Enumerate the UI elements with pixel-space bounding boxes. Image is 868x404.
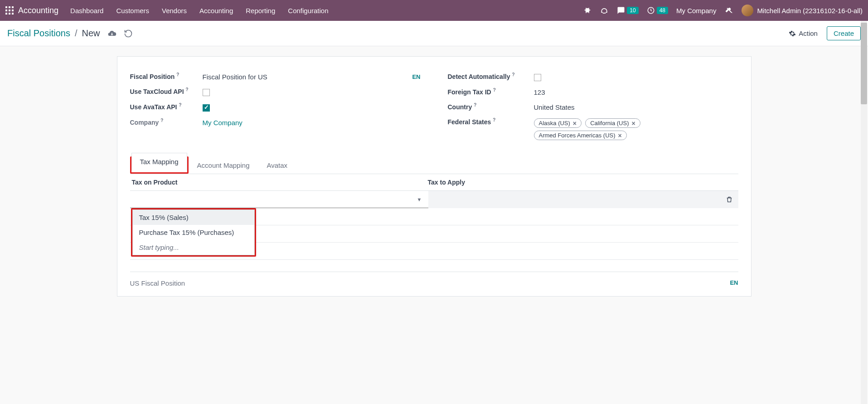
tab-tax-mapping[interactable]: Tax Mapping [131,153,187,171]
help-icon[interactable]: ? [493,88,496,92]
nav-dashboard[interactable]: Dashboard [70,7,103,15]
brand-title[interactable]: Accounting [18,6,58,15]
country-label: Country? [448,103,534,111]
breadcrumb-current: New [82,28,100,39]
close-icon[interactable]: × [618,132,622,139]
dropdown-option[interactable]: Tax 15% (Sales) [133,210,254,225]
messages-icon[interactable]: 10 [617,6,638,15]
user-name: Mitchell Admin (22316102-16-0-all) [757,7,863,15]
avatax-label: Use AvaTax API? [130,103,203,111]
form-grid: Fiscal Position? Fiscal Position for US … [130,73,738,150]
country-value[interactable]: United States [534,103,738,111]
svg-rect-1 [9,6,10,8]
avatax-checkbox[interactable] [203,104,210,112]
breadcrumb-sep: / [75,28,78,39]
states-tags[interactable]: Alaska (US)× California (US)× Armed Forc… [534,118,738,143]
action-menu[interactable]: Action [789,29,818,37]
col-tax-to-apply: Tax to Apply [424,179,720,186]
help-icon[interactable]: ? [160,118,163,123]
dropdown-start-typing[interactable]: Start typing... [133,240,254,255]
help-icon[interactable]: ? [474,102,476,107]
user-menu[interactable]: Mitchell Admin (22316102-16-0-all) [742,5,863,16]
footer-text[interactable]: US Fiscal Position [130,279,185,287]
action-label: Action [799,29,818,37]
nav-customers[interactable]: Customers [116,7,149,15]
taxcloud-label: Use TaxCloud API? [130,88,203,95]
company-link[interactable]: My Company [203,119,242,127]
nav-vendors[interactable]: Vendors [162,7,187,15]
svg-rect-2 [12,6,14,8]
dropdown-option[interactable]: Purchase Tax 15% (Purchases) [133,225,254,240]
help-icon[interactable]: ? [186,87,189,92]
company-switcher[interactable]: My Company [676,7,716,15]
sheet-wrap: Fiscal Position? Fiscal Position for US … [0,46,868,297]
company-label: Company? [130,119,203,126]
avatar [742,5,753,16]
topbar-nav: Dashboard Customers Vendors Accounting R… [70,7,583,15]
action-right: Action Create [789,26,861,40]
svg-rect-7 [9,13,10,15]
fiscal-position-value[interactable]: Fiscal Position for US [203,73,267,81]
lang-toggle[interactable]: EN [412,73,420,80]
delete-row[interactable] [720,191,738,208]
states-label: Federal States? [448,118,534,126]
detect-checkbox[interactable] [534,74,541,81]
state-tag: California (US)× [585,118,640,128]
svg-rect-4 [9,10,10,11]
state-tag: Armed Forces Americas (US)× [534,131,627,140]
fiscal-position-label: Fiscal Position? [130,73,203,80]
tabs: Tax Mapping Account Mapping Avatax [130,156,738,174]
activities-badge: 48 [657,7,668,14]
nav-accounting[interactable]: Accounting [199,7,233,15]
help-icon[interactable]: ? [179,102,182,107]
activities-icon[interactable]: 48 [647,6,668,15]
close-icon[interactable]: × [631,120,635,127]
svg-rect-6 [5,13,7,15]
svg-rect-3 [5,10,7,11]
support-icon[interactable] [600,6,609,15]
form-left: Fiscal Position? Fiscal Position for US … [130,73,421,150]
col-tax-on-product: Tax on Product [130,179,424,186]
actionbar: Fiscal Positions / New Action Create [0,21,868,46]
discard-icon[interactable] [124,29,133,38]
taxcloud-checkbox[interactable] [203,89,210,96]
sheet: Fiscal Position? Fiscal Position for US … [117,56,752,297]
tab-avatax[interactable]: Avatax [258,156,296,174]
create-button[interactable]: Create [827,26,861,40]
table-header: Tax on Product Tax to Apply [130,174,738,191]
footer-note: US Fiscal Position EN [130,272,738,287]
foreign-tax-value[interactable]: 123 [534,88,738,96]
topbar-right: 10 48 My Company Mitchell Admin (2231610… [583,5,863,16]
tax-on-product-input[interactable]: ▼ [130,191,428,208]
help-icon[interactable]: ? [512,72,514,77]
form-right: Detect Automatically? Foreign Tax ID? 12… [448,73,738,150]
tax-to-apply-cell[interactable] [428,191,720,208]
tools-icon[interactable] [724,6,733,15]
highlight-box: Tax Mapping [130,156,189,174]
lang-toggle-footer[interactable]: EN [730,279,738,287]
save-cloud-icon[interactable] [107,29,116,38]
scrollbar-thumb[interactable] [861,23,867,104]
close-icon[interactable]: × [573,120,577,127]
svg-rect-9 [603,13,606,14]
help-icon[interactable]: ? [493,117,495,122]
nav-reporting[interactable]: Reporting [246,7,275,15]
tab-account-mapping[interactable]: Account Mapping [189,156,258,174]
gear-icon [789,30,796,37]
apps-icon[interactable] [5,6,14,15]
help-icon[interactable]: ? [176,72,179,77]
state-tag: Alaska (US)× [534,118,582,128]
svg-rect-5 [12,10,14,11]
scrollbar[interactable] [861,21,867,297]
svg-rect-8 [12,13,14,15]
breadcrumb-root[interactable]: Fiscal Positions [7,28,70,39]
svg-rect-0 [5,6,7,8]
breadcrumb: Fiscal Positions / New [7,28,133,39]
chevron-down-icon[interactable]: ▼ [417,197,422,202]
nav-configuration[interactable]: Configuration [288,7,328,15]
trash-icon [726,196,733,203]
messages-badge: 10 [627,7,638,14]
dropdown: Tax 15% (Sales) Purchase Tax 15% (Purcha… [132,209,255,255]
detect-label: Detect Automatically? [448,73,534,80]
bug-icon[interactable] [583,6,592,15]
